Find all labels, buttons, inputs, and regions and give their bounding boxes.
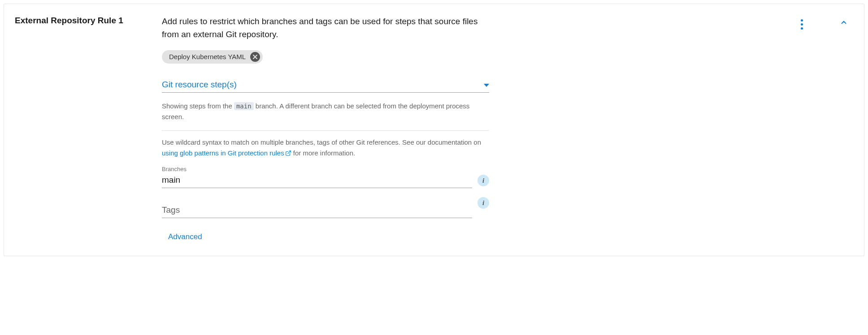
wildcard-suffix: for more information. [291,149,356,157]
caret-down-icon [484,84,489,87]
wildcard-prefix: Use wildcard syntax to match on multiple… [162,138,481,146]
branches-label: Branches [162,166,489,172]
overflow-menu-button[interactable] [798,17,806,32]
svg-line-2 [287,151,290,154]
branches-input[interactable] [162,173,472,188]
step-chip-label: Deploy Kubernetes YAML [169,53,246,60]
branches-row: i [162,173,489,188]
git-resource-steps-select[interactable]: Git resource step(s) [162,80,489,93]
rule-title: External Repository Rule 1 [15,15,158,241]
rule-main-column: Add rules to restrict which branches and… [162,15,489,241]
git-resource-helper: Showing steps from the main branch. A di… [162,101,489,122]
wildcard-helper: Use wildcard syntax to match on multiple… [162,137,489,159]
tags-info-icon[interactable]: i [477,197,489,209]
step-chip[interactable]: Deploy Kubernetes YAML [162,50,263,64]
helper-prefix: Showing steps from the [162,102,234,110]
tags-row: Tags i [162,188,489,218]
git-resource-steps-label: Git resource step(s) [162,80,237,90]
tags-input[interactable]: Tags [162,205,472,218]
branches-info-icon[interactable]: i [477,175,489,186]
collapse-button[interactable] [838,17,850,30]
advanced-toggle[interactable]: Advanced [162,232,489,241]
external-link-icon [285,149,291,159]
glob-patterns-link-text: using glob patterns in Git protection ru… [162,149,284,157]
rule-panel: External Repository Rule 1 Add rules to … [4,4,864,256]
rule-actions [493,15,853,241]
divider [162,130,489,131]
glob-patterns-link[interactable]: using glob patterns in Git protection ru… [162,149,291,157]
branch-code-pill: main [234,102,254,110]
tags-label: Tags [162,205,180,215]
chip-remove-button[interactable] [250,52,260,62]
rule-description: Add rules to restrict which branches and… [162,15,489,41]
